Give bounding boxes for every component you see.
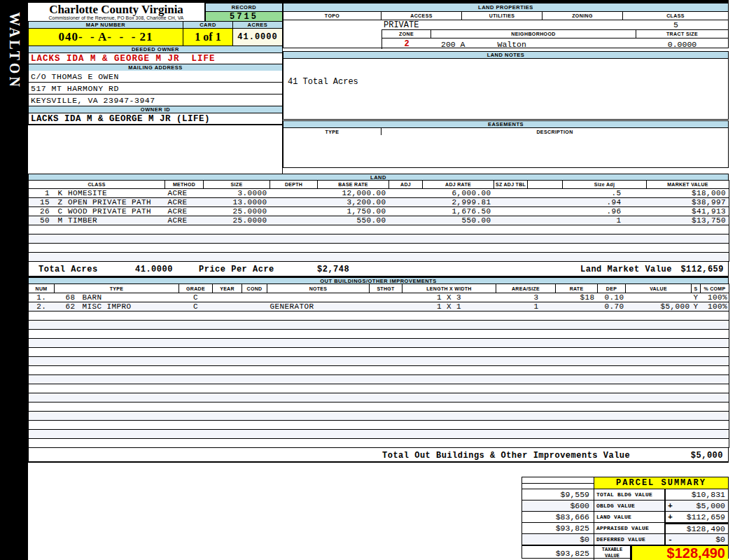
prior-value: $0 [522, 534, 594, 545]
land-market-value: $41,913 [647, 207, 729, 216]
out-building-row: 2. 62MISC IMPRO C GENERATOR 1 X 1 1 0.70… [29, 302, 729, 312]
out-buildings-total-value: $5,000 [691, 451, 723, 461]
col-utilities: UTILITIES [462, 12, 542, 20]
summary-value-cell: +$5,000 [664, 500, 728, 511]
land-size: 25.0000 [204, 216, 270, 225]
land-adj-rate: 2,999.81 [423, 198, 494, 207]
land-market-value: $13,750 [647, 216, 729, 225]
land-totals-row: Total Acres 41.0000 Price Per Acre $2,74… [28, 261, 729, 277]
land-size-adj: .94 [563, 198, 647, 207]
land-adj-rate: 1,676.50 [423, 207, 494, 216]
easements-box [283, 135, 729, 168]
col-base-rate: BASE RATE [318, 181, 389, 189]
empty-row [29, 321, 729, 330]
neighborhood-code: 200 A [441, 40, 465, 49]
land-market-value: $38,997 [647, 198, 729, 207]
land-market-value-total: $112,659 [680, 265, 724, 274]
ob-type: 62MISC IMPRO [55, 302, 179, 312]
col-year: YEAR [213, 284, 242, 293]
parcel-summary: PARCEL SUMMARY $9,559 TOTAL BLDG VALUE $… [522, 477, 729, 559]
empty-row [29, 384, 729, 393]
county-title: Charlotte County Virginia [28, 4, 204, 15]
ob-type: 68BARN [55, 293, 179, 302]
land-header-row: CLASS METHOD SIZE DEPTH BASE RATE ADJ AD… [29, 181, 729, 189]
ob-area-size: 3 [496, 293, 556, 302]
land-row: 15ZOPEN PRIVATE PATH ACRE 13.0000 3,200.… [29, 198, 729, 207]
ob-rate [556, 302, 598, 312]
land-size-adj: .5 [563, 189, 647, 198]
out-buildings-total-row: Total Out Buildings & Other Improvements… [28, 447, 729, 463]
col-size: SIZE [204, 181, 270, 189]
land-method: ACRE [165, 216, 204, 225]
empty-row [29, 357, 729, 366]
ob-dep: 0.70 [598, 302, 626, 312]
summary-label: OBLDG VALUE [594, 500, 664, 511]
empty-row [29, 244, 729, 253]
col-sz-adj-tbl: SZ ADJ TBL [494, 181, 528, 189]
col-value: VALUE [626, 284, 692, 293]
land-size-adj: 1 [563, 216, 647, 225]
neighborhood-name: Walton [498, 40, 526, 49]
col-notes: NOTES [267, 284, 370, 293]
land-row: 1KHOMESITE ACRE 3.0000 12,000.00 6,000.0… [29, 189, 729, 198]
land-adj [389, 189, 423, 198]
ob-value [626, 293, 692, 302]
prior-value: $600 [522, 500, 594, 511]
summary-row-land: $83,666 LAND VALUE +$112,659 [522, 512, 728, 523]
land-method: ACRE [165, 207, 204, 216]
zone-value: 2 [382, 38, 431, 50]
parcel-summary-header: PARCEL SUMMARY [522, 477, 728, 489]
empty-row [29, 348, 729, 357]
taxable-label: TAXABLE VALUE [594, 546, 631, 560]
land-class-cell: 1KHOMESITE [29, 189, 165, 198]
ob-pct-comp: 100% [701, 302, 729, 312]
land-notes-box: 41 Total Acres [283, 58, 729, 120]
empty-row [29, 421, 729, 430]
col-s: S [692, 284, 701, 293]
col-sthgt: STHGT [370, 284, 402, 293]
land-size: 25.0000 [204, 207, 270, 216]
col-topo: TOPO [284, 12, 382, 20]
address-line-1: C/O THOMAS E OWEN [29, 71, 282, 83]
land-blank [528, 189, 563, 198]
prior-value: $93,825 [522, 523, 594, 533]
empty-row [29, 375, 729, 384]
land-market-value: $18,000 [647, 189, 729, 198]
empty-row [29, 439, 729, 448]
land-method: ACRE [165, 189, 204, 198]
class-value: 5 [624, 20, 728, 29]
col-area-size: AREA/SIZE [496, 284, 556, 293]
summary-label: LAND VALUE [594, 512, 664, 522]
col-easement-type: TYPE [284, 128, 382, 135]
land-market-value-label: Land Market Value [580, 265, 672, 274]
land-adj-rate: 6,000.00 [423, 189, 494, 198]
col-adj: ADJ [389, 181, 423, 189]
empty-row [29, 339, 729, 348]
ob-pct-comp: 100% [701, 293, 729, 302]
ob-length-width: 1 X 3 [402, 293, 496, 302]
summary-value-cell: -$0 [664, 534, 728, 545]
zone-label: ZONE [382, 30, 431, 38]
land-properties-value-row: PRIVATE 5 [284, 20, 728, 29]
ob-grade: C [179, 302, 213, 312]
out-building-row: 1. 68BARN C 1 X 3 3 $18 0.10 Y 100% [29, 293, 729, 302]
empty-row [29, 393, 729, 402]
land-base-rate: 12,000.00 [318, 189, 389, 198]
col-class: CLASS [623, 12, 728, 20]
mailing-address-block: C/O THOMAS E OWEN 517 MT HARMONY RD KEYS… [28, 71, 283, 106]
out-buildings-header-row: NUM TYPE GRADE YEAR COND NOTES STHGT LEN… [29, 284, 729, 293]
summary-value-cell: +$112,659 [664, 512, 728, 522]
ob-notes [267, 293, 370, 302]
land-method: ACRE [165, 198, 204, 207]
col-cond: COND [242, 284, 267, 293]
empty-row [29, 430, 729, 439]
owner-id-value: LACKS IDA M & GEORGE M JR (LIFE) [28, 113, 283, 125]
owner-block-filler [28, 125, 283, 174]
out-buildings-total-label: Total Out Buildings & Other Improvements… [382, 451, 630, 461]
col-access: ACCESS [382, 12, 462, 20]
summary-row-total-bldg: $9,559 TOTAL BLDG VALUE $10,831 [522, 489, 728, 500]
prior-value: $83,666 [522, 512, 594, 522]
property-record-card: WALTON Charlotte County Virginia Commiss… [0, 0, 735, 560]
neighborhood-value: 200 A Walton [431, 38, 636, 50]
map-number-value: 040- - A- - - 21 [28, 28, 183, 46]
